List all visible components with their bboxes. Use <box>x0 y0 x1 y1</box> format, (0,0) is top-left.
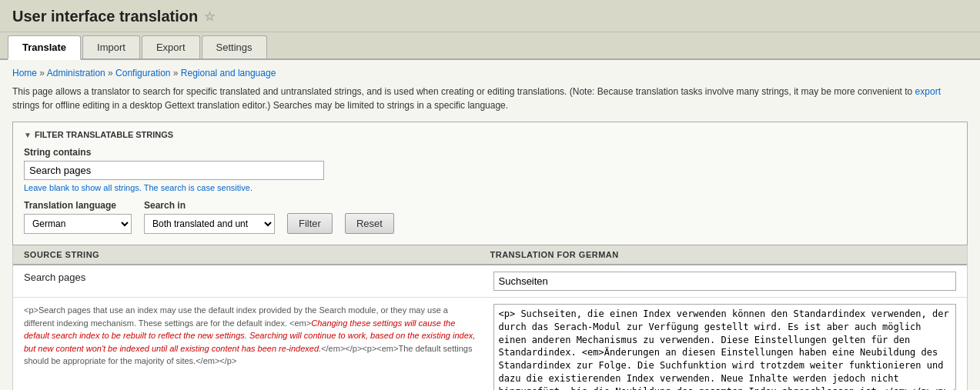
page-header: User interface translation ☆ Translate I… <box>0 0 980 60</box>
bookmark-star-icon[interactable]: ☆ <box>204 9 215 24</box>
string-contains-field: String contains Leave blank to show all … <box>24 147 956 192</box>
string-contains-hint: Leave blank to show all strings. The sea… <box>24 183 956 192</box>
col-source-header: SOURCE STRING <box>24 250 490 259</box>
page-title: User interface translation ☆ <box>12 8 968 25</box>
main-content: Home » Administration » Configuration » … <box>0 60 980 390</box>
tab-settings[interactable]: Settings <box>202 35 267 58</box>
breadcrumb-configuration[interactable]: Configuration <box>115 68 170 78</box>
translation-input-1[interactable] <box>493 272 957 291</box>
tabs-bar: Translate Import Export Settings <box>0 32 980 60</box>
desc-text2: strings for offline editing in a desktop… <box>12 100 508 111</box>
string-contains-label: String contains <box>24 147 956 158</box>
translation-textarea-2[interactable]: <p> Suchseiten, die einen Index verwende… <box>493 304 957 390</box>
export-link[interactable]: export <box>915 86 941 97</box>
filter-controls-row: Translation language German French Spani… <box>24 200 956 234</box>
results-header: SOURCE STRING TRANSLATION FOR GERMAN <box>13 245 967 265</box>
breadcrumb-home[interactable]: Home <box>12 68 37 78</box>
table-row: Search pages <box>13 265 967 298</box>
tab-import[interactable]: Import <box>82 35 140 58</box>
tab-translate[interactable]: Translate <box>8 35 81 60</box>
translation-cell-2: <p> Suchseiten, die einen Index verwende… <box>493 304 957 390</box>
desc-text1: This page allows a translator to search … <box>12 86 915 97</box>
filter-title: ▼ FILTER TRANSLATABLE STRINGS <box>24 130 956 139</box>
search-in-group: Search in Both translated and unt Transl… <box>144 200 275 234</box>
title-text: User interface translation <box>12 8 198 25</box>
breadcrumb-regional[interactable]: Regional and language <box>181 68 276 78</box>
string-contains-input[interactable] <box>24 161 324 180</box>
search-in-label: Search in <box>144 200 275 211</box>
col-translation-header: TRANSLATION FOR GERMAN <box>490 250 957 259</box>
table-row: <p>Search pages that use an index may us… <box>13 298 967 390</box>
translation-language-group: Translation language German French Spani… <box>24 200 132 234</box>
source-string-2: <p>Search pages that use an index may us… <box>24 304 487 368</box>
translation-language-label: Translation language <box>24 200 132 211</box>
translation-cell-1 <box>493 272 957 291</box>
reset-button[interactable]: Reset <box>345 213 394 234</box>
tab-export[interactable]: Export <box>142 35 200 58</box>
source-string-1: Search pages <box>24 272 487 283</box>
translation-language-select[interactable]: German French Spanish English <box>24 214 132 234</box>
collapse-triangle-icon[interactable]: ▼ <box>24 131 32 139</box>
breadcrumb-administration[interactable]: Administration <box>47 68 105 78</box>
filter-section: ▼ FILTER TRANSLATABLE STRINGS String con… <box>12 122 968 245</box>
description: This page allows a translator to search … <box>12 85 968 112</box>
breadcrumb: Home » Administration » Configuration » … <box>12 68 968 78</box>
filter-button[interactable]: Filter <box>287 213 333 234</box>
results-section: SOURCE STRING TRANSLATION FOR GERMAN Sea… <box>12 245 968 390</box>
search-in-select[interactable]: Both translated and unt Translated only … <box>144 214 275 234</box>
